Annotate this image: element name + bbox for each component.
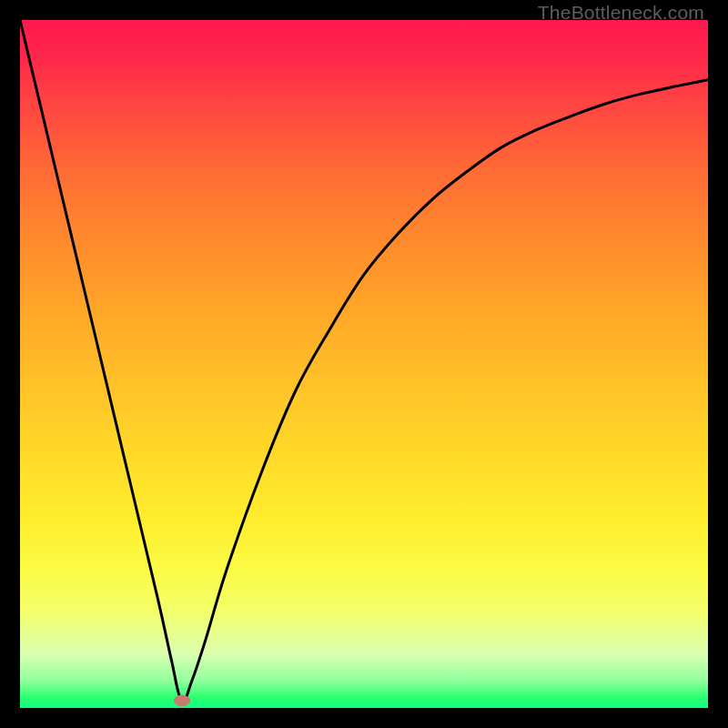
- bottleneck-curve-path: [20, 20, 708, 702]
- attribution-text: TheBottleneck.com: [538, 2, 704, 24]
- bottleneck-chart: TheBottleneck.com: [0, 0, 728, 728]
- plot-area: [20, 20, 708, 708]
- optimum-marker: [174, 695, 190, 707]
- curve-layer: [20, 20, 708, 708]
